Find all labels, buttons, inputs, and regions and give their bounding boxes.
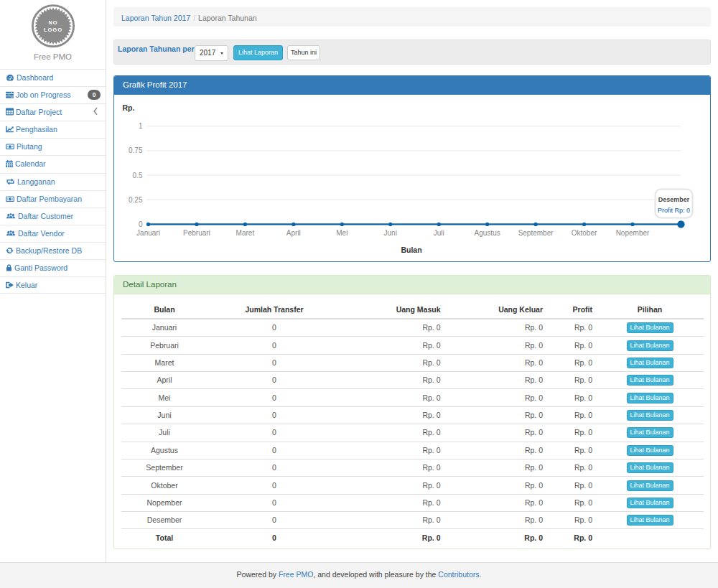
svg-text:April: April — [286, 229, 301, 237]
svg-text:Agustus: Agustus — [475, 229, 500, 237]
svg-text:Mei: Mei — [336, 229, 348, 237]
svg-text:Rp.: Rp. — [123, 103, 135, 112]
svg-text:NO: NO — [48, 19, 57, 26]
svg-text:0.5: 0.5 — [133, 172, 143, 179]
svg-text:Januari: Januari — [136, 229, 160, 237]
svg-text:0.75: 0.75 — [129, 146, 143, 154]
svg-text:Oktober: Oktober — [572, 229, 597, 237]
svg-text:LOGO: LOGO — [44, 27, 62, 34]
svg-text:Profit Rp: 0: Profit Rp: 0 — [658, 207, 690, 214]
svg-text:1: 1 — [139, 122, 143, 130]
svg-text:0.25: 0.25 — [129, 196, 143, 204]
svg-text:Nopember: Nopember — [616, 229, 650, 237]
svg-text:Juli: Juli — [434, 229, 444, 237]
svg-text:Pebruari: Pebruari — [183, 229, 210, 237]
svg-text:Maret: Maret — [236, 229, 255, 237]
svg-text:0: 0 — [139, 220, 143, 228]
svg-text:Desember: Desember — [658, 196, 690, 203]
svg-text:Bulan: Bulan — [401, 246, 421, 254]
svg-text:September: September — [518, 229, 554, 237]
svg-text:Juni: Juni — [384, 229, 397, 237]
